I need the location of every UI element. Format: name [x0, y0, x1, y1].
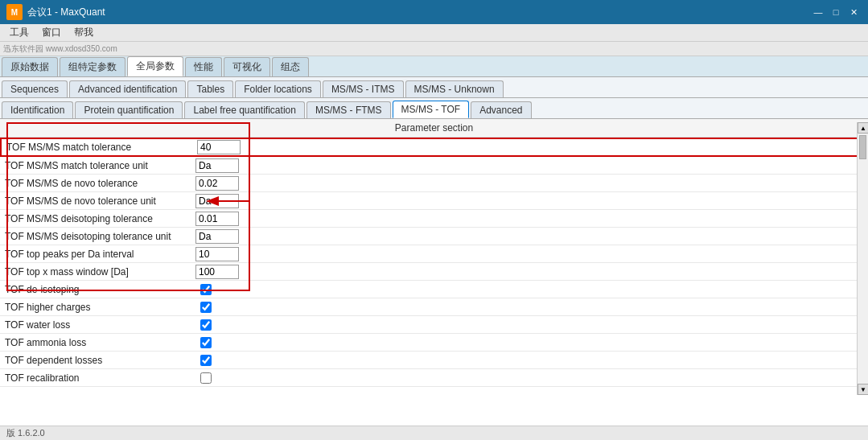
param-label: TOF top peaks per Da interval [0, 247, 193, 261]
tab-performance[interactable]: 性能 [185, 57, 222, 76]
table-row: TOF water loss [0, 316, 868, 334]
param-label: TOF dependent losses [0, 353, 193, 368]
tab-msms-unknown[interactable]: MS/MS - Unknown [405, 80, 504, 97]
param-label: TOF higher charges [0, 300, 193, 315]
param-label: TOF MS/MS deisotoping tolerance [0, 212, 193, 226]
param-label: TOF de-isotoping [0, 282, 193, 297]
menu-help[interactable]: 帮我 [68, 24, 100, 41]
parameters-list: TOF MS/MS match toleranceTOF MS/MS match… [0, 138, 868, 426]
tab-group-specific[interactable]: 组特定参数 [60, 57, 125, 76]
param-text-input[interactable] [197, 140, 241, 154]
scroll-thumb[interactable] [859, 135, 866, 159]
main-tabs: 原始数据 组特定参数 全局参数 性能 可视化 组态 [0, 56, 868, 77]
app-icon: M [6, 4, 23, 20]
table-row: TOF higher charges [0, 298, 868, 316]
tab-sequences[interactable]: Sequences [2, 80, 68, 97]
window-title: 会议1 - MaxQuant [27, 6, 105, 19]
watermark-text: 迅东软件园 www.xdosd350.com [0, 43, 121, 55]
param-text-input[interactable] [195, 194, 239, 208]
title-bar-left: M 会议1 - MaxQuant [6, 4, 105, 20]
tab-msms-tof[interactable]: MS/MS - TOF [393, 101, 470, 118]
watermark-bar: 迅东软件园 www.xdosd350.com [0, 42, 868, 56]
table-row: TOF recalibration [0, 369, 868, 387]
param-checkbox[interactable] [200, 337, 212, 348]
maximize-button[interactable]: □ [828, 5, 844, 19]
version-bar: 版 1.6.2.0 [0, 426, 868, 440]
table-row: TOF top peaks per Da interval [0, 245, 868, 263]
param-text-input[interactable] [195, 247, 239, 261]
param-checkbox[interactable] [200, 319, 212, 331]
tab-tables[interactable]: Tables [187, 80, 233, 97]
tab-identification[interactable]: Identification [2, 101, 73, 118]
param-label: TOF MS/MS deisotoping tolerance unit [0, 229, 193, 244]
scroll-track[interactable] [858, 134, 868, 384]
param-text-input[interactable] [195, 265, 239, 279]
table-row: TOF top x mass window [Da] [0, 263, 868, 281]
tab-visualization[interactable]: 可视化 [224, 57, 270, 76]
param-label: TOF recalibration [0, 371, 193, 385]
app-window: M 会议1 - MaxQuant — □ ✕ 工具 窗口 帮我 迅东软件园 ww… [0, 0, 868, 440]
param-text-input[interactable] [195, 229, 239, 244]
section-header: Parameter section [0, 119, 868, 138]
tab-label-free[interactable]: Label free quantification [184, 101, 304, 118]
param-label: TOF water loss [0, 318, 193, 332]
sub-tabs-row2: Identification Protein quantification La… [0, 98, 868, 119]
param-label: TOF MS/MS de novo tolerance unit [0, 194, 193, 208]
sub-tabs-row1: Sequences Advanced identification Tables… [0, 77, 868, 98]
menu-window[interactable]: 窗口 [35, 24, 68, 41]
version-text: 版 1.6.2.0 [6, 427, 45, 439]
table-row: TOF ammonia loss [0, 334, 868, 352]
title-bar-controls: — □ ✕ [810, 5, 862, 19]
scroll-down-btn[interactable]: ▼ [858, 384, 868, 395]
param-text-input[interactable] [195, 176, 239, 191]
tab-msms-ftms[interactable]: MS/MS - FTMS [306, 101, 391, 118]
param-label: TOF MS/MS match tolerance [2, 140, 195, 154]
tab-config[interactable]: 组态 [272, 57, 309, 76]
table-row: TOF MS/MS deisotoping tolerance unit [0, 228, 868, 245]
table-row: TOF MS/MS de novo tolerance unit [0, 192, 868, 210]
tab-advanced[interactable]: Advanced [471, 101, 531, 118]
param-label: TOF top x mass window [Da] [0, 265, 193, 279]
tab-global-params[interactable]: 全局参数 [127, 56, 183, 76]
vertical-scrollbar[interactable]: ▲ ▼ [857, 122, 868, 395]
tab-msms-itms[interactable]: MS/MS - ITMS [323, 80, 404, 97]
param-checkbox[interactable] [200, 355, 212, 366]
param-checkbox[interactable] [200, 372, 212, 384]
menu-tools[interactable]: 工具 [3, 24, 35, 41]
table-row: TOF dependent losses [0, 352, 868, 369]
tab-folder-locations[interactable]: Folder locations [235, 80, 321, 97]
tab-advanced-id[interactable]: Advanced identification [69, 80, 186, 97]
scroll-up-btn[interactable]: ▲ [858, 122, 868, 134]
menu-bar: 工具 窗口 帮我 [0, 24, 868, 42]
tab-raw-data[interactable]: 原始数据 [2, 57, 58, 76]
table-row: TOF MS/MS deisotoping tolerance [0, 210, 868, 228]
minimize-button[interactable]: — [810, 5, 826, 19]
table-row: TOF MS/MS match tolerance unit [0, 157, 868, 175]
param-text-input[interactable] [195, 158, 239, 173]
param-label: TOF MS/MS match tolerance unit [0, 158, 193, 173]
param-label: TOF MS/MS de novo tolerance [0, 176, 193, 191]
param-checkbox[interactable] [200, 302, 212, 313]
table-row: TOF MS/MS de novo tolerance [0, 175, 868, 192]
table-row: TOF de-isotoping [0, 281, 868, 298]
param-text-input[interactable] [195, 212, 239, 226]
tab-protein-quant[interactable]: Protein quantification [75, 101, 183, 118]
param-checkbox[interactable] [200, 284, 212, 295]
param-label: TOF ammonia loss [0, 335, 193, 350]
close-button[interactable]: ✕ [845, 5, 862, 19]
table-row: TOF MS/MS match tolerance [0, 138, 868, 157]
title-bar: M 会议1 - MaxQuant — □ ✕ [0, 0, 868, 24]
